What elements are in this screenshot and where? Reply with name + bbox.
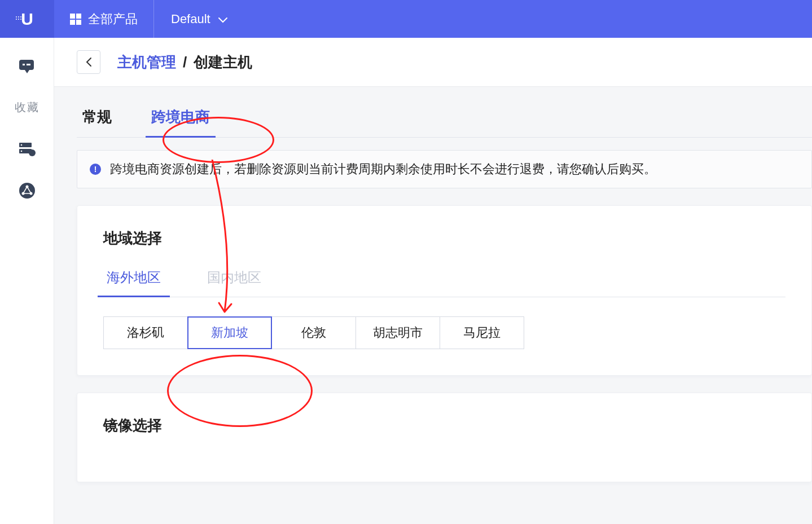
all-products-label: 全部产品 [88, 11, 138, 28]
grid-icon [70, 14, 81, 25]
chat-icon[interactable] [17, 58, 37, 74]
favorites-label: 收藏 [15, 100, 39, 115]
svg-point-4 [18, 19, 19, 20]
svg-point-5 [20, 19, 21, 20]
top-header: U 全部产品 Default [0, 0, 812, 38]
svg-rect-8 [27, 64, 30, 65]
info-alert: ! 跨境电商资源创建后，若删除资源则当前计费周期内剩余使用时长不会进行退费，请您… [77, 150, 812, 188]
info-icon: ! [90, 164, 101, 175]
region-options: 洛杉矶 新加坡 伦敦 胡志明市 马尼拉 [103, 316, 785, 349]
breadcrumb-current: 创建主机 [194, 52, 252, 72]
main-content: 主机管理 / 创建主机 常规 跨境电商 ! 跨境电商资源创建后，若删除资源则当前… [54, 38, 812, 524]
region-subtabs: 海外地区 国内地区 [103, 268, 785, 297]
logo-dots-icon [15, 8, 23, 16]
breadcrumb-separator: / [183, 54, 187, 71]
back-button[interactable] [77, 50, 100, 74]
region-option-2[interactable]: 伦敦 [271, 316, 356, 349]
svg-point-3 [16, 19, 17, 20]
svg-point-2 [20, 16, 21, 17]
tab-ecommerce[interactable]: 跨境电商 [146, 107, 216, 137]
product-type-tabs: 常规 跨境电商 [77, 107, 812, 138]
image-panel: 镜像选择 [77, 393, 812, 482]
region-option-1[interactable]: 新加坡 [187, 316, 272, 349]
left-sidebar: 收藏 [0, 38, 54, 524]
tab-normal[interactable]: 常规 [77, 107, 117, 137]
region-option-3[interactable]: 胡志明市 [355, 316, 440, 349]
project-dropdown[interactable]: Default [154, 0, 244, 38]
svg-rect-7 [23, 64, 25, 65]
region-panel-title: 地域选择 [103, 228, 785, 248]
server-cloud-icon[interactable] [17, 141, 37, 157]
breadcrumb: 主机管理 / 创建主机 [117, 52, 252, 72]
svg-point-0 [16, 16, 17, 17]
network-icon[interactable] [17, 183, 37, 199]
subtab-overseas[interactable]: 海外地区 [103, 268, 164, 297]
region-option-0[interactable]: 洛杉矶 [103, 316, 188, 349]
svg-point-11 [20, 144, 22, 146]
alert-text: 跨境电商资源创建后，若删除资源则当前计费周期内剩余使用时长不会进行退费，请您确认… [110, 161, 656, 178]
chevron-down-icon [218, 12, 227, 27]
breadcrumb-bar: 主机管理 / 创建主机 [54, 38, 812, 87]
chevron-left-icon [85, 57, 92, 67]
svg-point-15 [19, 183, 35, 199]
region-panel: 地域选择 海外地区 国内地区 洛杉矶 新加坡 伦敦 胡志明市 马尼拉 [77, 205, 812, 376]
image-panel-title: 镜像选择 [103, 416, 785, 435]
subtab-domestic: 国内地区 [204, 268, 265, 297]
region-option-4[interactable]: 马尼拉 [440, 316, 524, 349]
svg-point-12 [20, 151, 22, 152]
logo[interactable]: U [0, 0, 54, 38]
project-name: Default [171, 12, 210, 27]
all-products-button[interactable]: 全部产品 [54, 0, 153, 38]
svg-point-1 [18, 16, 19, 17]
breadcrumb-link[interactable]: 主机管理 [117, 52, 176, 72]
